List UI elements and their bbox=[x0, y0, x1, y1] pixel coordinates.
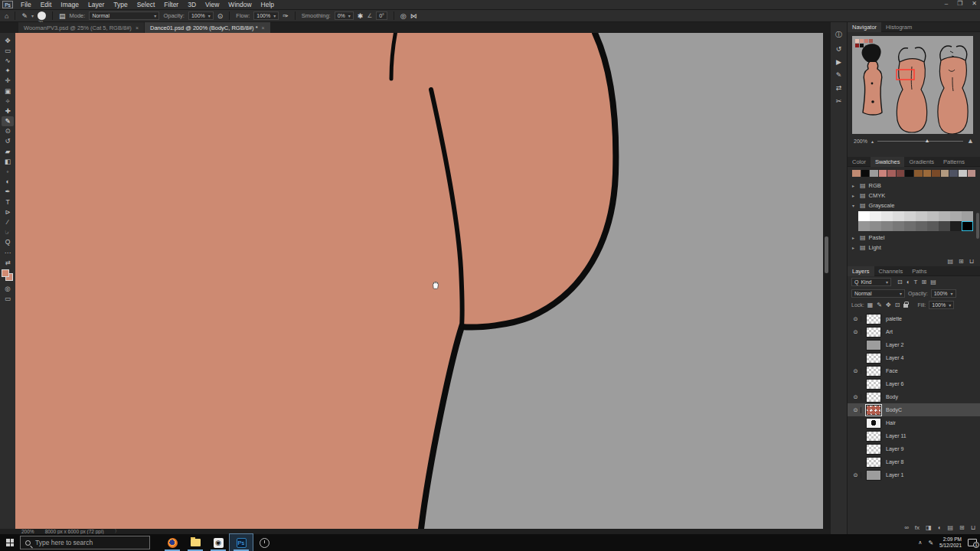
layer-thumbnail[interactable] bbox=[866, 431, 881, 442]
color-swatch[interactable] bbox=[893, 211, 904, 221]
brush-panel-toggle-icon[interactable]: ▤ bbox=[59, 12, 66, 20]
smoothing-options-icon[interactable]: ✱ bbox=[358, 12, 364, 20]
tool-icon[interactable]: ✧ bbox=[2, 96, 14, 106]
menu-item[interactable]: Image bbox=[56, 0, 83, 9]
brush-angle-select[interactable]: 0° bbox=[376, 11, 387, 20]
start-button[interactable] bbox=[0, 534, 20, 551]
color-swatch[interactable] bbox=[962, 221, 973, 231]
tool-icon[interactable]: ◦ bbox=[2, 166, 14, 176]
tool-icon[interactable]: ▭ bbox=[2, 294, 14, 304]
layers-footer-icon[interactable]: ∞ bbox=[904, 524, 909, 531]
swatch-group[interactable]: ▸ ▤ CMYK bbox=[852, 191, 975, 201]
dock-panel-icon[interactable]: ↺ bbox=[836, 45, 842, 53]
layers-footer-icon[interactable]: ⊔ bbox=[971, 524, 975, 531]
lock-paint-icon[interactable]: ✎ bbox=[877, 302, 882, 308]
layer-row[interactable]: Layer 2 bbox=[848, 338, 980, 351]
layer-row[interactable]: ⊙ Face bbox=[848, 364, 980, 377]
layer-filter-icon[interactable]: ⊡ bbox=[897, 279, 903, 285]
tool-icon[interactable]: ◧ bbox=[2, 156, 14, 166]
airbrush-icon[interactable]: ✑ bbox=[283, 12, 289, 20]
color-swatch[interactable] bbox=[861, 170, 870, 177]
layer-name[interactable]: Layer 6 bbox=[886, 381, 903, 386]
color-swatch[interactable] bbox=[932, 170, 940, 177]
layer-filter-icon[interactable]: ▤ bbox=[930, 279, 936, 285]
layer-row[interactable]: Layer 9 bbox=[848, 442, 980, 455]
layer-row[interactable]: ⊙ Art bbox=[848, 325, 980, 338]
panel-tab[interactable]: Navigator bbox=[848, 22, 881, 32]
visibility-eye-icon[interactable]: ⊙ bbox=[851, 394, 861, 400]
layer-row[interactable]: ⊙ Layer 1 bbox=[848, 468, 980, 481]
tool-icon[interactable]: ✦ bbox=[2, 66, 14, 76]
tool-icon[interactable]: Q bbox=[2, 237, 14, 247]
zoom-level[interactable]: 200% bbox=[21, 529, 34, 534]
document-tab[interactable]: Dance01.psd @ 200% (BodyC, RGB/8#) *× bbox=[145, 22, 270, 33]
color-swatch[interactable] bbox=[923, 170, 932, 177]
tool-icon[interactable]: ↺ bbox=[2, 136, 14, 146]
swatch-group[interactable]: ▸ ▤ RGB bbox=[852, 181, 975, 191]
tool-icon[interactable]: ◎ bbox=[2, 283, 14, 293]
tray-chevron-icon[interactable]: ∧ bbox=[918, 540, 922, 546]
tool-icon[interactable]: ☞ bbox=[2, 227, 14, 237]
color-swatch[interactable] bbox=[959, 170, 967, 177]
swatch-footer-icon[interactable]: ⊔ bbox=[969, 258, 974, 265]
zoom-in-icon[interactable]: ▲ bbox=[967, 137, 974, 145]
color-swatch[interactable] bbox=[916, 221, 927, 231]
color-swatch[interactable] bbox=[939, 221, 950, 231]
layer-opacity-select[interactable]: 100%▾ bbox=[931, 289, 956, 298]
layer-name[interactable]: Hair bbox=[886, 420, 896, 425]
visibility-eye-icon[interactable]: ⊙ bbox=[851, 407, 861, 413]
layer-name[interactable]: Layer 9 bbox=[886, 446, 903, 452]
layer-thumbnail[interactable] bbox=[866, 444, 881, 455]
document-tab[interactable]: WoomanPV3.psd @ 25% (Cat 5, RGB/8#)× bbox=[18, 22, 144, 33]
layer-row[interactable]: ⊙ Body bbox=[848, 390, 980, 403]
color-swatch[interactable] bbox=[949, 170, 958, 177]
panel-tab[interactable]: Gradients bbox=[904, 157, 939, 167]
panel-tab[interactable]: Patterns bbox=[939, 157, 969, 167]
visibility-eye-icon[interactable]: ⊙ bbox=[851, 316, 861, 322]
panel-tab[interactable]: Swatches bbox=[871, 157, 905, 167]
tool-icon[interactable]: ✛ bbox=[2, 76, 14, 86]
navigator-preview[interactable] bbox=[852, 36, 973, 134]
layers-footer-icon[interactable]: ◨ bbox=[926, 524, 932, 531]
tool-icon[interactable]: ∕ bbox=[2, 217, 14, 227]
dock-panel-icon[interactable]: ▶ bbox=[836, 58, 841, 66]
minimize-button[interactable]: – bbox=[945, 0, 948, 7]
tool-icon[interactable]: ⊳ bbox=[2, 207, 14, 217]
swatch-group[interactable]: ▸ ▤ Pastel bbox=[852, 233, 975, 243]
layer-name[interactable]: Art bbox=[886, 329, 893, 334]
tool-icon[interactable]: ✥ bbox=[2, 35, 14, 45]
layer-name[interactable]: Layer 8 bbox=[886, 459, 903, 465]
zoom-out-icon[interactable]: ▴ bbox=[871, 139, 874, 144]
slider-thumb-icon[interactable]: ▲ bbox=[925, 138, 930, 143]
menu-item[interactable]: Layer bbox=[83, 0, 109, 9]
layer-fill-select[interactable]: 100%▾ bbox=[929, 301, 954, 309]
brush-preset-icon[interactable]: ✎ bbox=[21, 12, 28, 20]
foreground-color-swatch[interactable] bbox=[2, 269, 9, 277]
layer-thumbnail[interactable] bbox=[866, 457, 881, 468]
tool-icon[interactable]: ▣ bbox=[2, 86, 14, 96]
tool-icon[interactable]: ✒ bbox=[2, 187, 14, 197]
color-swatch[interactable] bbox=[904, 211, 916, 221]
visibility-eye-icon[interactable]: ⊙ bbox=[851, 329, 861, 335]
color-swatch[interactable] bbox=[881, 221, 893, 231]
color-swatch[interactable] bbox=[927, 221, 939, 231]
lock-position-icon[interactable]: ✥ bbox=[886, 302, 891, 308]
tool-icon[interactable]: T bbox=[2, 197, 14, 207]
blend-mode-select[interactable]: Normal▾ bbox=[89, 11, 159, 20]
panel-tab[interactable]: Histogram bbox=[881, 22, 916, 32]
swatch-group[interactable]: ▸ ▤ Light bbox=[852, 243, 975, 253]
color-swatch[interactable] bbox=[881, 211, 893, 221]
panel-tab[interactable]: Layers bbox=[848, 266, 874, 276]
layer-row[interactable]: Layer 6 bbox=[848, 377, 980, 390]
canvas-vertical-scrollbar[interactable] bbox=[824, 33, 830, 529]
color-swatch-control[interactable] bbox=[2, 269, 14, 282]
color-swatch[interactable] bbox=[879, 170, 887, 177]
layer-name[interactable]: Body bbox=[886, 394, 898, 399]
home-icon[interactable]: ⌂ bbox=[5, 12, 8, 20]
color-swatch[interactable] bbox=[968, 170, 976, 177]
color-swatch[interactable] bbox=[914, 170, 923, 177]
menu-item[interactable]: Type bbox=[109, 0, 132, 9]
layer-row[interactable]: Layer 4 bbox=[848, 351, 980, 364]
layer-thumbnail[interactable] bbox=[866, 418, 881, 429]
tray-clock[interactable]: 2:09 PM 5/12/2021 bbox=[939, 536, 962, 549]
